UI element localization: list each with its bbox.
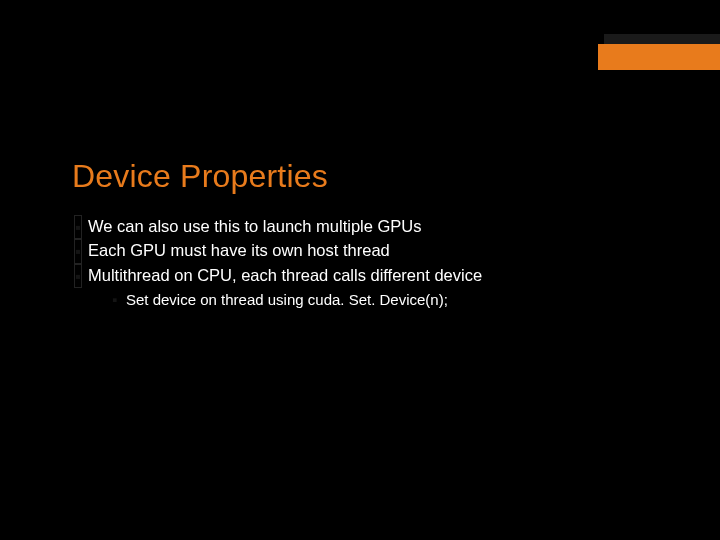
bullet-item: Each GPU must have its own host thread: [74, 239, 660, 261]
slide-title: Device Properties: [72, 158, 660, 195]
corner-accent-dark: [604, 34, 720, 44]
bullet-item: We can also use this to launch multiple …: [74, 215, 660, 237]
bullet-text: Each GPU must have its own host thread: [88, 241, 390, 259]
slide-content: Device Properties We can also use this t…: [72, 158, 660, 312]
sub-bullet-list: Set device on thread using cuda. Set. De…: [88, 290, 660, 310]
corner-accent: [598, 34, 720, 70]
corner-accent-orange: [598, 44, 720, 70]
sub-bullet-item: Set device on thread using cuda. Set. De…: [112, 290, 660, 310]
bullet-text: Multithread on CPU, each thread calls di…: [88, 266, 482, 284]
bullet-item: Multithread on CPU, each thread calls di…: [74, 264, 660, 311]
bullet-list: We can also use this to launch multiple …: [72, 215, 660, 310]
bullet-text: We can also use this to launch multiple …: [88, 217, 422, 235]
sub-bullet-text: Set device on thread using cuda. Set. De…: [126, 291, 448, 308]
